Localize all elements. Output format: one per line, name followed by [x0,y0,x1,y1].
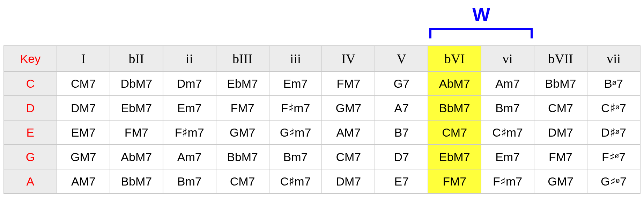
chord-cell: EM7 [57,120,110,145]
chord-cell: BbM7 [428,96,481,120]
chord-cell: AbM7 [110,145,163,169]
chord-cell: F♯m7 [163,120,216,145]
chord-cell: CM7 [216,169,269,194]
header-I: I [57,46,110,72]
w-bracket [429,28,533,38]
header-bVII: bVII [534,46,587,72]
header-vii: vii [587,46,640,72]
chord-cell: GM7 [57,145,110,169]
header-IV: IV [322,46,375,72]
chord-cell: BbM7 [534,72,587,96]
header-vi: vi [481,46,534,72]
header-bVI: bVI [428,46,481,72]
table-row: EEM7FM7F♯m7GM7G♯m7AM7B7CM7C♯m7DM7D♯ø7 [4,120,640,145]
header-key: Key [4,46,57,72]
chord-cell: E7 [375,169,428,194]
header-V: V [375,46,428,72]
chord-cell: D7 [375,145,428,169]
key-cell: C [4,72,57,96]
chord-cell: BbM7 [216,145,269,169]
annotation-area: W [3,3,641,45]
chord-cell: GM7 [216,120,269,145]
chord-cell: AM7 [322,120,375,145]
chord-cell: C♯ø7 [587,96,640,120]
chord-cell: C♯m7 [481,120,534,145]
table-row: AAM7BbM7Bm7CM7C♯m7DM7E7FM7F♯m7GM7G♯ø7 [4,169,640,194]
chord-cell: A7 [375,96,428,120]
chord-cell: Am7 [481,72,534,96]
key-cell: E [4,120,57,145]
chord-cell: EbM7 [428,145,481,169]
chord-cell: Dm7 [163,72,216,96]
key-cell: G [4,145,57,169]
chord-table: Key I bII ii bIII iii IV V bVI vi bVII v… [3,45,641,194]
chord-cell: FM7 [534,145,587,169]
chord-cell: FM7 [322,72,375,96]
chord-cell: EbM7 [216,72,269,96]
chord-cell: CM7 [322,145,375,169]
chord-cell: AbM7 [428,72,481,96]
table-body: CCM7DbM7Dm7EbM7Em7FM7G7AbM7Am7BbM7Bø7DDM… [4,72,640,194]
chord-cell: G♯m7 [269,120,322,145]
chord-cell: Bø7 [587,72,640,96]
chord-cell: G7 [375,72,428,96]
chord-cell: F♯ø7 [587,145,640,169]
header-bIII: bIII [216,46,269,72]
chord-cell: CM7 [57,72,110,96]
chord-cell: Em7 [481,145,534,169]
key-cell: A [4,169,57,194]
chord-cell: AM7 [57,169,110,194]
chord-cell: EbM7 [110,96,163,120]
header-iii: iii [269,46,322,72]
chord-cell: B7 [375,120,428,145]
w-label: W [472,3,490,25]
header-row: Key I bII ii bIII iii IV V bVI vi bVII v… [4,46,640,72]
header-bII: bII [110,46,163,72]
chord-cell: GM7 [322,96,375,120]
table-row: CCM7DbM7Dm7EbM7Em7FM7G7AbM7Am7BbM7Bø7 [4,72,640,96]
chord-cell: DbM7 [110,72,163,96]
chord-cell: CM7 [428,120,481,145]
chord-cell: DM7 [322,169,375,194]
chord-cell: FM7 [428,169,481,194]
chord-cell: Bm7 [163,169,216,194]
chord-cell: Bm7 [481,96,534,120]
chord-cell: DM7 [534,120,587,145]
chord-cell: F♯m7 [269,96,322,120]
chord-cell: G♯ø7 [587,169,640,194]
chord-cell: Bm7 [269,145,322,169]
table-row: GGM7AbM7Am7BbM7Bm7CM7D7EbM7Em7FM7F♯ø7 [4,145,640,169]
table-row: DDM7EbM7Em7FM7F♯m7GM7A7BbM7Bm7CM7C♯ø7 [4,96,640,120]
chord-cell: D♯ø7 [587,120,640,145]
key-cell: D [4,96,57,120]
chord-cell: Em7 [269,72,322,96]
chord-cell: FM7 [216,96,269,120]
chord-cell: GM7 [534,169,587,194]
chord-cell: Em7 [163,96,216,120]
header-ii: ii [163,46,216,72]
chord-cell: F♯m7 [481,169,534,194]
chord-cell: Am7 [163,145,216,169]
chord-cell: DM7 [57,96,110,120]
chord-cell: CM7 [534,96,587,120]
chord-cell: FM7 [110,120,163,145]
chord-cell: C♯m7 [269,169,322,194]
chord-table-wrap: W Key I bII ii bIII iii IV V bVI vi bVII… [3,3,641,194]
chord-cell: BbM7 [110,169,163,194]
